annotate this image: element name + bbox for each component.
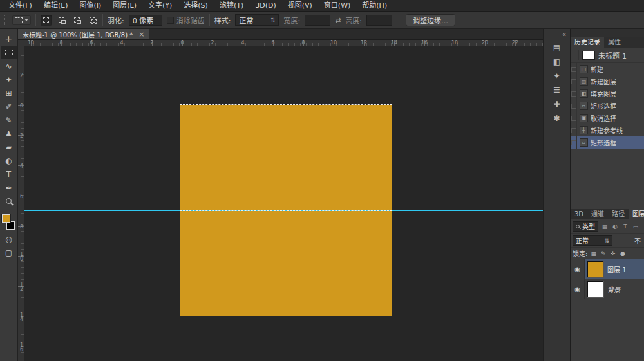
vertical-ruler[interactable]: 2 0 2 4 6 8 10 12 14 16: [18, 46, 24, 361]
tab-layers[interactable]: 图层: [629, 209, 644, 219]
info-panel-icon[interactable]: ☰: [549, 84, 565, 97]
style-label: 样式:: [214, 15, 231, 25]
pen-tool[interactable]: ✒: [1, 181, 17, 194]
document-tab[interactable]: 未标题-1 @ 100% (图层 1, RGB/8) * ×: [18, 29, 149, 39]
filter-type-icon[interactable]: T: [621, 223, 629, 230]
layer-visibility-toggle[interactable]: ◉: [571, 279, 585, 299]
height-input[interactable]: [366, 15, 392, 26]
chevron-down-icon: [24, 19, 28, 21]
menu-select[interactable]: 选择(S): [178, 0, 214, 12]
style-select[interactable]: 正常 ⇅: [235, 14, 279, 26]
menu-file[interactable]: 文件(F): [3, 0, 38, 12]
height-label: 高度:: [345, 15, 362, 25]
eyedropper-tool[interactable]: ✐: [1, 100, 17, 113]
menu-view[interactable]: 视图(V): [282, 0, 318, 12]
history-item[interactable]: ▣ 取消选择: [571, 112, 644, 124]
brush-tool[interactable]: ✎: [1, 113, 17, 127]
layer-row[interactable]: ◉ 背景: [571, 279, 644, 299]
menu-layer[interactable]: 图层(L): [107, 0, 142, 12]
filter-shape-icon[interactable]: ▭: [632, 223, 639, 230]
menu-edit[interactable]: 编辑(E): [38, 0, 74, 12]
adjustments-panel-icon[interactable]: ◧: [549, 55, 565, 68]
add-selection-button[interactable]: [56, 15, 67, 26]
opacity-label: 不: [634, 236, 642, 245]
history-source-cell[interactable]: [571, 124, 577, 136]
menu-image[interactable]: 图像(I): [73, 0, 107, 12]
feather-input[interactable]: 0 像素: [129, 15, 162, 26]
menu-filter[interactable]: 滤镜(T): [214, 0, 249, 12]
layer-name: 背景: [607, 284, 620, 294]
history-item[interactable]: ◧ 填充图层: [571, 88, 644, 100]
filter-adjustment-icon[interactable]: ◐: [611, 223, 619, 230]
options-bar: 羽化: 0 像素 消除锯齿 样式: 正常 ⇅ 宽度: ⇄ 高度: 调整边缘…: [0, 12, 644, 29]
quick-mask-button[interactable]: ◎: [1, 232, 17, 246]
lock-pixels-icon[interactable]: ✎: [600, 250, 607, 257]
history-item-selected[interactable]: ▫ 矩形选框: [571, 136, 644, 149]
filter-pixel-icon[interactable]: ▦: [601, 223, 609, 230]
swap-dimensions-icon[interactable]: ⇄: [335, 16, 341, 24]
history-source-cell[interactable]: [571, 112, 577, 124]
horizontal-ruler[interactable]: 10 8 6 4 2 0 2 4 6 8 10 12 14 16 18 20 2: [24, 40, 543, 46]
width-input[interactable]: [305, 15, 330, 26]
history-source-cell[interactable]: [571, 100, 577, 112]
history-source-cell[interactable]: [573, 50, 579, 60]
history-source-cell[interactable]: [571, 88, 577, 100]
color-panel-icon[interactable]: ▤: [549, 41, 565, 54]
zoom-tool[interactable]: [1, 194, 17, 208]
layer-row-main[interactable]: 图层 1: [585, 259, 644, 279]
crop-tool[interactable]: ⊞: [1, 86, 17, 100]
tab-3d[interactable]: 3D: [571, 209, 587, 219]
lock-position-icon[interactable]: ✛: [609, 250, 616, 257]
layer-visibility-toggle[interactable]: ◉: [571, 259, 585, 279]
lock-row: 锁定: ▦ ✎ ✛ ●: [571, 248, 644, 259]
quick-selection-tool[interactable]: ✦: [1, 73, 17, 86]
menu-3d[interactable]: 3D(D): [249, 0, 282, 12]
lasso-tool[interactable]: ∿: [1, 59, 17, 73]
canvas[interactable]: 10 8 6 4 2 0 2 4 6 8 10 12 14 16 18 20 2: [18, 40, 543, 361]
layer-filter-select[interactable]: 类型: [573, 221, 598, 232]
tab-paths[interactable]: 路径: [608, 209, 629, 219]
foreground-color-swatch[interactable]: [2, 214, 10, 223]
layer-row-selected[interactable]: ◉ 图层 1: [571, 259, 644, 279]
menu-help[interactable]: 帮助(H): [356, 0, 393, 12]
styles-panel-icon[interactable]: ✦: [549, 69, 565, 82]
history-source-cell[interactable]: [571, 136, 577, 149]
blend-mode-select[interactable]: 正常 ⇅: [573, 235, 612, 246]
gradient-tool[interactable]: ◐: [1, 154, 17, 167]
history-snapshot-row[interactable]: 未标题-1: [571, 48, 644, 63]
tab-history[interactable]: 历史记录: [571, 37, 604, 48]
subtract-selection-button[interactable]: [71, 15, 82, 26]
antialias-checkbox[interactable]: 消除锯齿: [167, 15, 205, 25]
refine-edge-button[interactable]: 调整边缘…: [406, 14, 455, 26]
intersect-selection-icon: [90, 17, 95, 23]
expand-panels-icon[interactable]: «: [562, 31, 570, 41]
history-item[interactable]: ▫ 矩形选框: [571, 100, 644, 112]
lock-all-icon[interactable]: ●: [619, 250, 626, 257]
eraser-tool[interactable]: ▰: [1, 140, 17, 154]
close-icon[interactable]: ×: [138, 30, 144, 39]
menu-window[interactable]: 窗口(W): [318, 0, 356, 12]
history-source-cell[interactable]: [571, 63, 577, 75]
new-selection-button[interactable]: [41, 15, 52, 26]
lock-transparent-icon[interactable]: ▦: [590, 250, 597, 257]
tab-properties[interactable]: 属性: [604, 37, 625, 48]
history-source-cell[interactable]: [571, 75, 577, 88]
tool-presets-panel-icon[interactable]: ✱: [549, 112, 565, 125]
history-item[interactable]: ▤ 新建图层: [571, 75, 644, 88]
marquee-tool[interactable]: [1, 46, 17, 59]
tab-channels[interactable]: 通道: [587, 209, 608, 219]
clone-stamp-tool[interactable]: ♟: [1, 127, 17, 140]
panel-spacer: [571, 29, 644, 37]
tool-preset-button[interactable]: [12, 15, 31, 25]
screen-mode-button[interactable]: ▢: [1, 246, 17, 259]
history-item[interactable]: ▢ 新建: [571, 63, 644, 75]
menu-type[interactable]: 文字(Y): [142, 0, 178, 12]
actions-panel-icon[interactable]: ✚: [549, 98, 565, 111]
options-bar-grip[interactable]: [4, 15, 6, 25]
layer-row-main[interactable]: 背景: [585, 279, 644, 299]
type-tool[interactable]: T: [1, 167, 17, 181]
intersect-selection-button[interactable]: [87, 15, 98, 26]
move-tool[interactable]: ✛: [1, 32, 17, 46]
layers-body: 类型 ▦ ◐ T ▭ 正常 ⇅ 不: [571, 219, 644, 361]
history-item[interactable]: ┼ 新建参考线: [571, 124, 644, 136]
